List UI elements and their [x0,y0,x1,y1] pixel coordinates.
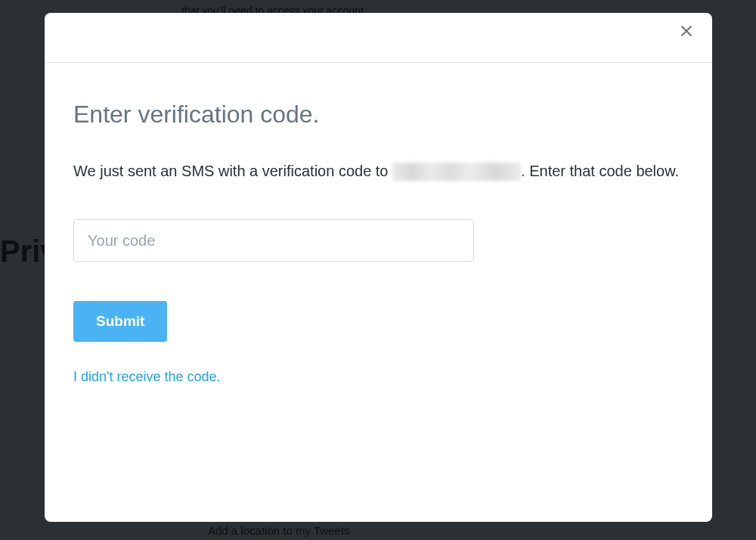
resend-code-link[interactable]: I didn't receive the code. [73,369,683,385]
description-post: . Enter that code below. [521,163,679,179]
modal-header [45,13,712,63]
page-backdrop: that you'll need to access your account.… [0,0,756,540]
description-pre: We just sent an SMS with a verification … [73,163,392,179]
close-button[interactable] [677,23,696,42]
modal-description: We just sent an SMS with a verification … [73,159,683,183]
submit-button[interactable]: Submit [73,301,167,342]
verification-modal: Enter verification code. We just sent an… [45,13,712,522]
redacted-phone-number [392,163,521,181]
modal-body: Enter verification code. We just sent an… [45,63,712,385]
close-icon [679,23,694,42]
modal-title: Enter verification code. [73,101,683,129]
background-bottom-text: Add a location to my Tweets [208,524,349,537]
verification-code-input[interactable] [73,219,474,262]
